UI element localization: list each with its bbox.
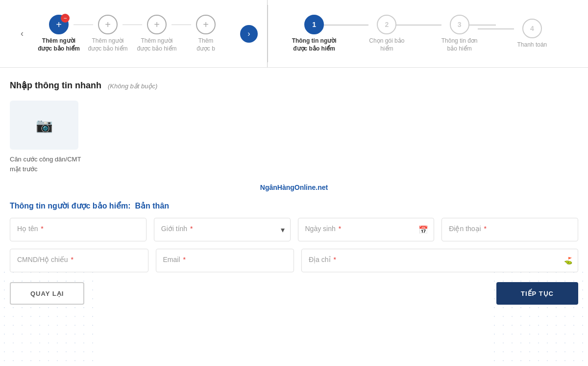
main-content: Nhập thông tin nhanh (Không bắt buộc) 📷 …: [0, 68, 588, 317]
id-number-field: CMND/Hộ chiếu *: [10, 249, 148, 272]
email-input[interactable]: [156, 249, 294, 272]
quick-input-title-text: Nhập thông tin nhanh: [10, 80, 101, 90]
full-name-input[interactable]: [10, 218, 147, 241]
form-row-1: Họ tên * Nam Nữ Giới tính * ▾ Ngày: [10, 218, 578, 241]
progress-label-4: Thanh toán: [517, 41, 547, 49]
add-circle-3[interactable]: +: [147, 15, 167, 34]
progress-step-2: 2 Chọn gói bảohiểm: [350, 15, 423, 52]
dob-input[interactable]: [298, 218, 435, 241]
address-field: Địa chỉ * ⛳: [301, 249, 578, 272]
next-button[interactable]: TIẾP TỤC: [496, 282, 578, 305]
form-section-subtitle: Bản thân: [135, 202, 170, 210]
progress-label-3: Thông tin đơnbảo hiểm: [441, 37, 478, 52]
upload-label-line1: Căn cước công dân/CMT: [10, 156, 81, 163]
upload-label: Căn cước công dân/CMT mặt trước: [10, 155, 578, 174]
phone-input[interactable]: [441, 218, 578, 241]
progress-label-1: Thông tin ngườiđược bảo hiểm: [292, 37, 337, 52]
remove-badge-1[interactable]: −: [61, 14, 70, 23]
progress-circle-3: 3: [450, 15, 469, 34]
calendar-icon: 📅: [418, 225, 428, 235]
progress-circle-1: 1: [304, 15, 324, 34]
camera-icon: 📷: [36, 117, 53, 133]
insured-step-label-2: Thêm ngườiđược bảo hiểm: [88, 37, 127, 52]
button-row: QUAY LẠI TIẾP TỤC: [10, 282, 578, 305]
upload-area[interactable]: 📷: [10, 101, 78, 150]
progress-circle-4: 4: [522, 19, 542, 38]
insured-steps-list: + − Thêm ngườiđược bảo hiểm + Thêm người…: [29, 7, 235, 60]
back-button[interactable]: QUAY LẠI: [10, 282, 84, 305]
plus-icon-1: +: [56, 19, 62, 30]
insured-step-3[interactable]: + Thêm ngườiđược bảo hiểm: [132, 15, 181, 52]
phone-field: Điện thoại *: [441, 218, 578, 241]
upload-label-line2: mặt trước: [10, 165, 38, 173]
full-name-field: Họ tên *: [10, 218, 147, 241]
insured-step-label-3: Thêm ngườiđược bảo hiểm: [137, 37, 176, 52]
insured-step-4[interactable]: + Thêmđược b: [181, 15, 230, 52]
gender-select[interactable]: Nam Nữ: [154, 218, 291, 241]
optional-note: (Không bắt buộc): [108, 82, 157, 90]
form-section-title-text: Thông tin người được bảo hiểm:: [10, 202, 131, 210]
add-circle-4[interactable]: +: [196, 15, 216, 34]
progress-steps-container: 1 Thông tin ngườiđược bảo hiểm 2 Chọn gó…: [268, 0, 578, 67]
insured-steps-container: ‹ + − Thêm ngườiđược bảo hiểm + Thêm ngư…: [10, 0, 268, 67]
plus-icon-2: +: [105, 19, 111, 30]
prev-arrow[interactable]: ‹: [15, 26, 29, 41]
id-number-input[interactable]: [10, 249, 148, 272]
quick-input-title: Nhập thông tin nhanh (Không bắt buộc): [10, 80, 578, 91]
form-row-2: CMND/Hộ chiếu * Email * Địa chỉ * ⛳: [10, 249, 578, 272]
progress-circle-2: 2: [377, 15, 396, 34]
progress-label-2: Chọn gói bảohiểm: [369, 37, 404, 52]
insured-step-label-1: Thêm ngườiđược bảo hiểm: [38, 37, 80, 52]
gender-field: Nam Nữ Giới tính * ▾: [154, 218, 291, 241]
progress-step-3: 3 Thông tin đơnbảo hiểm: [423, 15, 496, 52]
add-circle-2[interactable]: +: [98, 15, 118, 34]
plus-icon-4: +: [203, 19, 209, 30]
insured-step-label-4: Thêmđược b: [196, 37, 215, 52]
email-field: Email *: [156, 249, 294, 272]
form-section-title: Thông tin người được bảo hiểm: Bản thân: [10, 201, 578, 210]
location-icon: ⛳: [564, 257, 572, 264]
progress-step-4: 4 Thanh toán: [496, 19, 568, 49]
progress-step-1: 1 Thông tin ngườiđược bảo hiểm: [278, 15, 350, 52]
watermark: NgânHàngOnline.net: [10, 183, 578, 191]
next-arrow[interactable]: ›: [240, 25, 258, 43]
insured-step-2[interactable]: + Thêm ngườiđược bảo hiểm: [83, 15, 132, 52]
insured-step-1[interactable]: + − Thêm ngườiđược bảo hiểm: [34, 15, 83, 52]
stepper-section: ‹ + − Thêm ngườiđược bảo hiểm + Thêm ngư…: [0, 0, 588, 68]
address-input[interactable]: [301, 249, 578, 272]
add-circle-1[interactable]: + −: [49, 15, 69, 34]
dob-field: Ngày sinh * 📅: [298, 218, 435, 241]
plus-icon-3: +: [154, 19, 160, 30]
